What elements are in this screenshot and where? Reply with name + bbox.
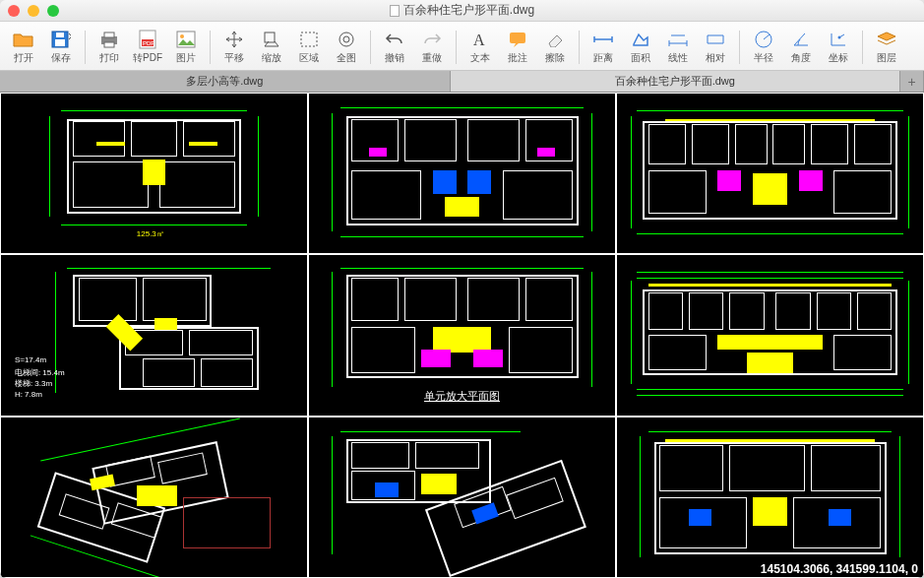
svg-rect-1 xyxy=(55,39,65,46)
plan-cell-7 xyxy=(0,417,308,578)
printer-icon xyxy=(97,29,121,50)
close-icon[interactable] xyxy=(8,5,20,17)
floor-plan: 单元放大平面图 xyxy=(317,263,607,407)
floor-plan: 125.3㎡ xyxy=(9,101,299,245)
zoom-button[interactable]: 缩放 xyxy=(254,26,289,69)
window-controls xyxy=(8,5,59,17)
fit-icon xyxy=(335,29,358,50)
zoom-icon xyxy=(260,29,283,50)
radius-icon xyxy=(752,29,775,50)
cad-canvas[interactable]: 125.3㎡ xyxy=(0,93,924,578)
distance-icon xyxy=(591,29,615,50)
tab-add[interactable]: + xyxy=(900,71,924,92)
drawing-grid: 125.3㎡ xyxy=(0,93,924,578)
titlebar: 百余种住宅户形平面.dwg xyxy=(0,0,924,22)
window-title: 百余种住宅户形平面.dwg xyxy=(0,2,924,19)
erase-button[interactable]: 擦除 xyxy=(537,26,573,69)
toolbar: 打开 保存 打印 PDF 转PDF 图片 平移 缩放 区域 xyxy=(0,22,924,71)
region-button[interactable]: 区域 xyxy=(291,26,327,69)
pan-icon xyxy=(222,29,246,50)
annotate-button[interactable]: 批注 xyxy=(500,26,535,69)
layers-button[interactable]: 图层 xyxy=(869,26,904,69)
app-window: 百余种住宅户形平面.dwg 打开 保存 打印 PDF 转PDF 图片 平移 xyxy=(0,0,924,578)
plan-cell-1: 125.3㎡ xyxy=(0,93,308,254)
annotate-icon xyxy=(506,29,529,50)
tab-doc-1[interactable]: 多层小高等.dwg xyxy=(0,71,451,92)
pan-button[interactable]: 平移 xyxy=(216,26,252,69)
pdf-icon: PDF xyxy=(136,29,159,50)
radius-button[interactable]: 半径 xyxy=(746,26,781,69)
spec-label: S=17.4m xyxy=(15,355,46,364)
spec-label: 电梯间: 15.4m xyxy=(15,367,65,378)
eraser-icon xyxy=(543,29,567,50)
redo-icon xyxy=(420,29,444,50)
linear-icon xyxy=(666,29,690,50)
plan-caption: 单元放大平面图 xyxy=(424,389,500,404)
plan-cell-8 xyxy=(308,417,616,578)
angle-icon xyxy=(789,29,813,50)
redo-button[interactable]: 重做 xyxy=(414,26,450,69)
area-label: 125.3㎡ xyxy=(137,228,164,239)
tab-doc-2[interactable]: 百余种住宅户形平面.dwg xyxy=(451,71,901,92)
save-icon xyxy=(49,29,73,50)
layers-icon xyxy=(875,29,898,50)
floor-plan xyxy=(625,425,915,569)
spec-label: H: 7.8m xyxy=(15,390,42,399)
fit-button[interactable]: 全图 xyxy=(329,26,364,69)
image-button[interactable]: 图片 xyxy=(168,26,204,69)
window-title-text: 百余种住宅户形平面.dwg xyxy=(403,2,534,19)
folder-open-icon xyxy=(12,29,35,50)
spec-label: 楼梯: 3.3m xyxy=(15,378,52,389)
svg-text:A: A xyxy=(473,32,485,48)
pdf-button[interactable]: PDF 转PDF xyxy=(129,26,166,69)
svg-point-14 xyxy=(343,36,349,42)
floor-plan xyxy=(625,263,915,407)
undo-icon xyxy=(383,29,406,50)
svg-rect-11 xyxy=(265,32,275,42)
linear-button[interactable]: 线性 xyxy=(660,26,696,69)
svg-rect-4 xyxy=(104,32,114,37)
floor-plan xyxy=(317,425,607,569)
toolbar-separator xyxy=(739,31,740,64)
plan-cell-5: 单元放大平面图 xyxy=(308,254,616,416)
svg-rect-16 xyxy=(510,32,525,43)
svg-point-10 xyxy=(180,34,184,38)
toolbar-separator xyxy=(579,31,580,64)
plan-cell-9 xyxy=(616,417,924,578)
relative-button[interactable]: 相对 xyxy=(698,26,733,69)
status-coordinates: 145104.3066, 341599.1104, 0 xyxy=(759,562,920,576)
svg-rect-2 xyxy=(56,32,64,37)
save-button[interactable]: 保存 xyxy=(43,26,79,69)
plan-cell-4: S=17.4m 电梯间: 15.4m 楼梯: 3.3m H: 7.8m xyxy=(0,254,308,416)
area-button[interactable]: 面积 xyxy=(623,26,658,69)
print-button[interactable]: 打印 xyxy=(92,26,127,69)
plan-cell-6 xyxy=(616,254,924,416)
svg-point-13 xyxy=(339,32,353,46)
region-icon xyxy=(297,29,321,50)
svg-rect-12 xyxy=(301,32,317,46)
coord-button[interactable]: 坐标 xyxy=(821,26,856,69)
open-button[interactable]: 打开 xyxy=(6,26,41,69)
toolbar-separator xyxy=(210,31,211,64)
toolbar-separator xyxy=(456,31,457,64)
document-tabs: 多层小高等.dwg 百余种住宅户形平面.dwg + xyxy=(0,71,924,93)
plan-cell-2 xyxy=(308,93,616,254)
text-button[interactable]: A 文本 xyxy=(462,26,498,69)
plus-icon: + xyxy=(907,74,915,90)
text-icon: A xyxy=(468,29,492,50)
floor-plan xyxy=(317,101,607,245)
undo-button[interactable]: 撤销 xyxy=(377,26,412,69)
coord-icon xyxy=(827,29,850,50)
angle-button[interactable]: 角度 xyxy=(783,26,819,69)
image-icon xyxy=(174,29,198,50)
toolbar-separator xyxy=(862,31,863,64)
floor-plan xyxy=(9,425,299,569)
toolbar-separator xyxy=(370,31,371,64)
plan-cell-3 xyxy=(616,93,924,254)
minimize-icon[interactable] xyxy=(28,5,39,17)
area-icon xyxy=(629,29,652,50)
maximize-icon[interactable] xyxy=(47,5,59,17)
distance-button[interactable]: 距离 xyxy=(585,26,621,69)
svg-rect-5 xyxy=(104,42,114,47)
svg-text:PDF: PDF xyxy=(143,40,154,46)
